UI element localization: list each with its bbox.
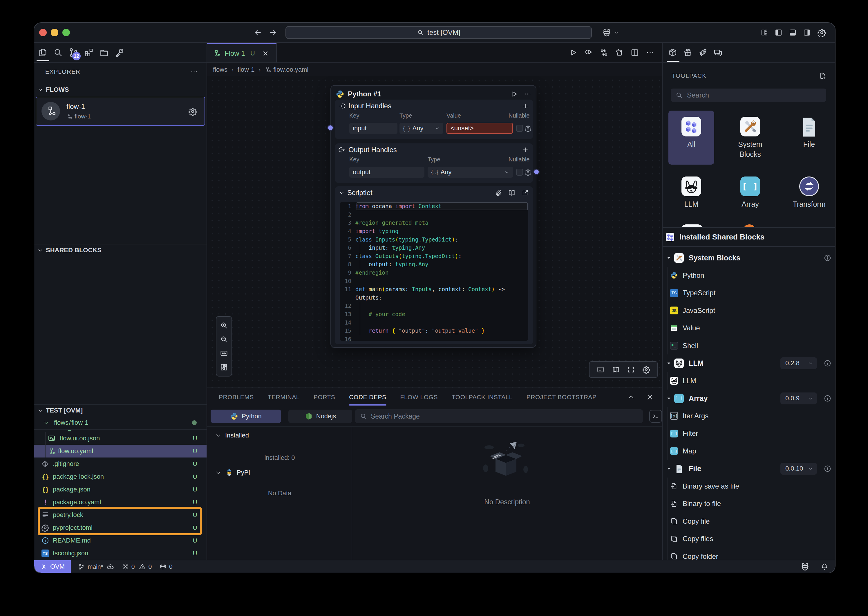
right-tab-rocket[interactable] — [695, 43, 711, 63]
code-line[interactable]: 6 input: typing.Any — [340, 244, 528, 252]
shared-block-binary-save-as-file[interactable]: Binary save as file — [663, 478, 835, 495]
chevron-expanded-icon[interactable] — [666, 361, 671, 366]
close-window-button[interactable] — [39, 29, 47, 36]
shared-group-g-file[interactable]: File 0.0.10 — [663, 460, 835, 478]
activity-explorer[interactable] — [35, 43, 50, 63]
chevron-down-icon[interactable] — [37, 407, 44, 414]
run-icon[interactable] — [569, 48, 578, 57]
shared-block-copy-folder[interactable]: Copy folder — [663, 548, 835, 560]
tree-file-poetry.lock[interactable]: poetry.lock U — [34, 509, 207, 522]
section-header[interactable]: SHARED BLOCKS — [34, 244, 207, 256]
code-editor[interactable]: 1from oocana import Context23#region gen… — [340, 202, 528, 341]
code-line[interactable]: 15 return { "output": "output_value" } — [340, 327, 528, 335]
tree-file-.flow.ui.oo.json[interactable]: .flow.ui.oo.json U — [34, 432, 207, 445]
shared-block-typescript[interactable]: TSTypeScript — [663, 284, 835, 302]
panel-tab-flow-logs[interactable]: FLOW LOGS — [400, 388, 438, 406]
code-line[interactable]: 4import typing — [340, 227, 528, 236]
shared-block-python[interactable]: Python — [663, 267, 835, 284]
gear-icon[interactable] — [525, 169, 531, 176]
terminal-icon[interactable] — [649, 410, 662, 423]
book-icon[interactable] — [508, 189, 515, 196]
shared-group-g-llm[interactable]: LLM 0.2.8 — [663, 354, 835, 372]
chevron-down-icon[interactable] — [37, 86, 44, 93]
plus-icon[interactable] — [522, 146, 529, 153]
tree-file-.gitignore[interactable]: .gitignore U — [34, 457, 207, 470]
map-icon[interactable] — [612, 366, 620, 374]
problems-indicator[interactable]: 0 0 — [122, 563, 152, 570]
toggle-panel-icon[interactable] — [789, 29, 797, 36]
minimize-window-button[interactable] — [51, 29, 58, 36]
fullscreen-icon[interactable] — [627, 366, 635, 374]
nodejs-filter-button[interactable]: Nodejs — [288, 410, 352, 423]
activity-search[interactable] — [50, 43, 66, 63]
tree-file-package.json[interactable]: {} package.json U — [34, 483, 207, 496]
settings-gear-icon[interactable] — [642, 366, 650, 374]
section-header[interactable]: FLOWS — [34, 84, 207, 96]
panel-tab-ports[interactable]: PORTS — [313, 388, 335, 406]
right-tab-gift[interactable] — [680, 43, 696, 63]
code-line[interactable]: 5class Inputs(typing.TypedDict): — [340, 235, 528, 244]
shared-block-map[interactable]: [ ]Map — [663, 442, 835, 460]
code-line[interactable]: 7class Outputs(typing.TypedDict): — [340, 252, 528, 260]
back-arrow-icon[interactable] — [254, 28, 262, 37]
code-line[interactable]: 8 output: typing.Any — [340, 260, 528, 269]
paperclip-icon[interactable] — [495, 189, 502, 196]
info-icon[interactable] — [824, 465, 832, 473]
version-select[interactable]: 0.0.10 — [780, 463, 817, 475]
panel-tab-toolpack-install[interactable]: TOOLPACK INSTALL — [452, 388, 512, 406]
chevron-expanded-icon[interactable] — [666, 396, 671, 401]
minimap-toggle-icon[interactable] — [597, 366, 605, 374]
zoom-out-icon[interactable] — [220, 335, 228, 343]
close-icon[interactable] — [262, 50, 269, 57]
code-line[interactable]: 1from oocana import Context — [340, 202, 528, 211]
settings-gear-icon[interactable] — [817, 28, 826, 37]
input-type-select[interactable]: {..}Any — [400, 123, 443, 134]
code-line[interactable]: 9#endregion — [340, 269, 528, 277]
gear-icon[interactable] — [188, 107, 197, 116]
oomol-fox-icon[interactable] — [602, 28, 611, 38]
code-line[interactable]: 12 — [340, 302, 528, 310]
output-connection-handle[interactable] — [533, 169, 540, 175]
right-tab-chat[interactable] — [710, 43, 726, 63]
ellipsis-icon[interactable] — [190, 68, 198, 75]
layout-dashboard-icon[interactable] — [220, 363, 228, 371]
shared-block-copy-flies[interactable]: Copy flies — [663, 530, 835, 548]
tab-flow-1[interactable]: Flow 1 U — [207, 43, 277, 63]
code-line[interactable]: 13 # your code — [340, 310, 528, 319]
forward-arrow-icon[interactable] — [269, 28, 277, 37]
tree-file-package-lock.json[interactable]: {} package-lock.json U — [34, 470, 207, 483]
version-select[interactable]: 0.0.9 — [780, 393, 817, 404]
close-icon[interactable] — [646, 393, 654, 401]
ports-indicator[interactable]: 0 — [159, 563, 172, 570]
tree-file-flow.oo.yaml[interactable]: flow.oo.yaml U — [34, 445, 207, 457]
right-tab-package[interactable] — [665, 43, 681, 63]
shared-group-g-array[interactable]: [ ] Array 0.0.9 — [663, 390, 835, 407]
chevron-down-icon[interactable] — [215, 432, 222, 439]
split-editor-icon[interactable] — [630, 48, 639, 57]
tree-file-tsconfig.json[interactable]: TS tsconfig.json U — [34, 547, 207, 560]
input-key-field[interactable]: input — [349, 123, 398, 134]
shared-block-shell[interactable]: >_Shell — [663, 337, 835, 355]
input-value-field[interactable]: <unset> — [447, 123, 513, 134]
flow-card[interactable]: flow-1 flow-1 — [36, 97, 205, 126]
toolpack-card-transform[interactable]: Transform — [786, 170, 832, 225]
version-select[interactable]: 0.2.8 — [780, 357, 817, 369]
shared-block-iter-args[interactable]: [x]Iter Args — [663, 407, 835, 425]
shared-group-g-system-blocks[interactable]: System Blocks — [663, 249, 835, 267]
shared-block-value[interactable]: Value — [663, 319, 835, 337]
tree-file-README.md[interactable]: README.md U — [34, 534, 207, 547]
shared-block-llm[interactable]: LLM — [663, 372, 835, 390]
bell-icon[interactable] — [820, 563, 829, 571]
new-file-icon[interactable] — [819, 72, 827, 80]
breadcrumb-item[interactable]: flow.oo.yaml — [265, 66, 309, 74]
panel-tab-project-bootstrap[interactable]: PROJECT BOOTSTRAP — [526, 388, 597, 406]
open-external-icon[interactable] — [521, 189, 529, 196]
section-header[interactable]: TEST [OVM] — [34, 405, 207, 416]
panel-tab-terminal[interactable]: TERMINAL — [268, 388, 300, 406]
python-filter-button[interactable]: Python — [211, 410, 281, 423]
output-nullable-checkbox[interactable] — [516, 169, 523, 176]
code-line[interactable]: 2 — [340, 211, 528, 219]
breadcrumb-item[interactable]: flows — [213, 66, 227, 74]
tree-file-pyproject.toml[interactable]: pyproject.toml U — [34, 522, 207, 534]
node-python-1[interactable]: Python #1 Input Handles Key Type — [331, 85, 536, 348]
